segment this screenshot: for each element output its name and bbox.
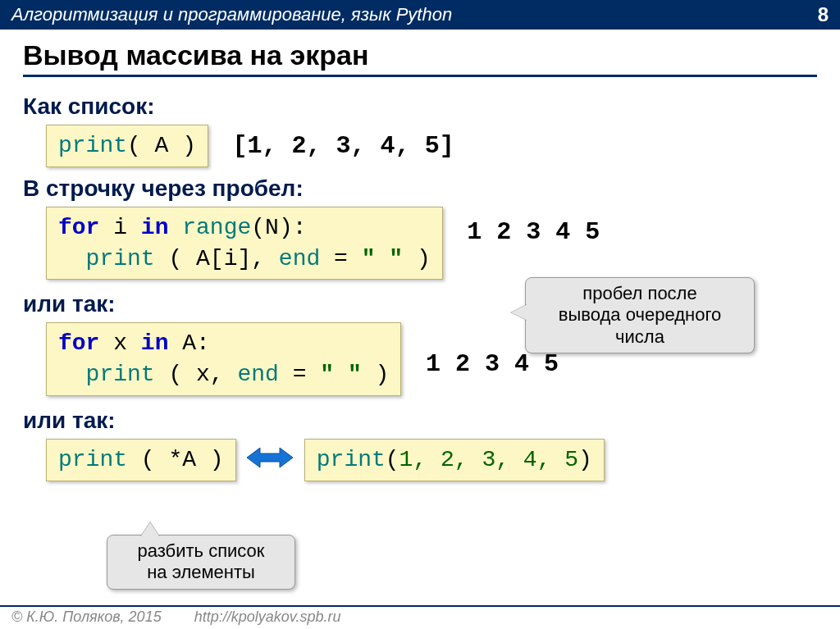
- double-arrow-icon: [247, 446, 293, 473]
- code-print-a: print( A ): [46, 125, 208, 167]
- svg-marker-0: [247, 448, 293, 467]
- footer: © К.Ю. Поляков, 2015 http://kpolyakov.sp…: [0, 605, 840, 626]
- subhead-in-row: В строчку через пробел:: [23, 175, 817, 202]
- callout-text: разбить список на элементы: [138, 540, 265, 582]
- output-list: [1, 2, 3, 4, 5]: [233, 132, 454, 160]
- callout-split-list: разбить список на элементы: [107, 535, 295, 590]
- callout-space-after: пробел после вывода очередного числа: [525, 277, 755, 353]
- subhead-or-2: или так:: [23, 408, 817, 434]
- output-spaced-2: 1 2 3 4 5: [426, 350, 559, 378]
- code-print-star: print ( *A ): [46, 439, 236, 481]
- header-bar: Алгоритмизация и программирование, язык …: [0, 0, 840, 30]
- breadcrumb: Алгоритмизация и программирование, язык …: [11, 4, 452, 25]
- code-for-x: for x in A: print ( x, end = " " ): [46, 322, 401, 396]
- page-number: 8: [818, 3, 829, 26]
- output-spaced-1: 1 2 3 4 5: [467, 218, 600, 246]
- page-title: Вывод массива на экран: [23, 39, 817, 77]
- footer-url: http://kpolyakov.spb.ru: [194, 608, 341, 626]
- code-for-range: for i in range(N): print ( A[i], end = "…: [46, 207, 443, 280]
- subhead-as-list: Как списoк:: [23, 93, 817, 120]
- code-print-unpacked: print(1, 2, 3, 4, 5): [304, 439, 605, 481]
- callout-text: пробел после вывода очередного числа: [559, 283, 721, 347]
- footer-copyright: © К.Ю. Поляков, 2015: [11, 608, 162, 626]
